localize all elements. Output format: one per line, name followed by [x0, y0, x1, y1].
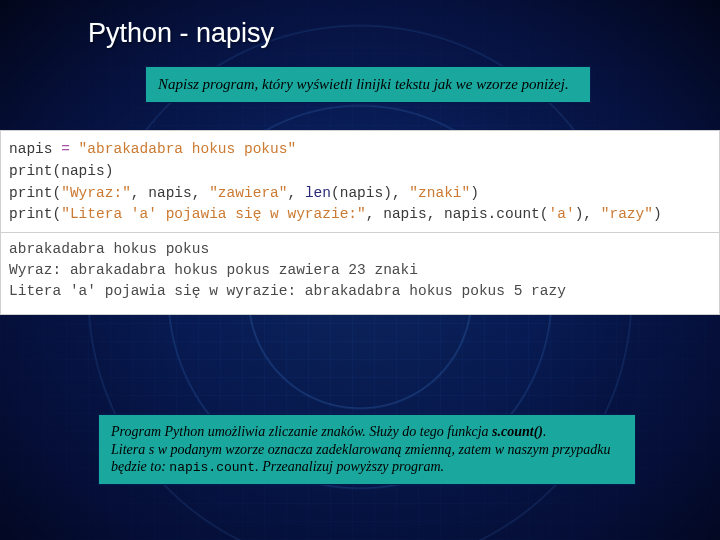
- code-paren: ): [653, 206, 662, 222]
- code-paren: (: [53, 185, 62, 201]
- code-str: "Wyraz:": [61, 185, 131, 201]
- code-source: napis = "abrakadabra hokus pokus" print(…: [1, 131, 719, 232]
- code-fn: print: [9, 206, 53, 222]
- code-builtin: len: [305, 185, 331, 201]
- code-paren: (: [53, 206, 62, 222]
- code-var: napis: [9, 141, 61, 157]
- code-txt: ),: [575, 206, 601, 222]
- code-panel: napis = "abrakadabra hokus pokus" print(…: [0, 130, 720, 315]
- code-str: "abrakadabra hokus pokus": [70, 141, 296, 157]
- code-str: 'a': [549, 206, 575, 222]
- out-line: Litera 'a' pojawia się w wyrazie: abraka…: [9, 283, 566, 299]
- out-line: abrakadabra hokus pokus: [9, 241, 209, 257]
- explain-fn: s.count(): [492, 424, 543, 439]
- code-paren: ): [470, 185, 479, 201]
- explain-text: Program Python umożliwia zliczanie znakó…: [111, 424, 492, 439]
- code-str: "znaki": [409, 185, 470, 201]
- code-op: =: [61, 141, 70, 157]
- code-str: "Litera 'a' pojawia się w wyrazie:": [61, 206, 366, 222]
- code-args: (napis): [53, 163, 114, 179]
- explain-text: . Przeanalizuj powyższy program.: [255, 459, 444, 474]
- slide: Python - napisy Napisz program, który wy…: [0, 0, 720, 540]
- intro-box: Napisz program, który wyświetli linijki …: [145, 66, 591, 103]
- code-inner: napis = "abrakadabra hokus pokus" print(…: [0, 130, 720, 315]
- explain-box: Program Python umożliwia zliczanie znakó…: [98, 414, 636, 485]
- explain-text: .: [543, 424, 547, 439]
- intro-text: Napisz program, który wyświetli linijki …: [158, 76, 569, 92]
- out-line: Wyraz: abrakadabra hokus pokus zawiera 2…: [9, 262, 418, 278]
- slide-title: Python - napisy: [88, 18, 274, 49]
- code-txt: (napis),: [331, 185, 409, 201]
- explain-code: napis.count: [169, 460, 255, 475]
- code-output: abrakadabra hokus pokus Wyraz: abrakadab…: [1, 233, 719, 314]
- code-fn: print: [9, 163, 53, 179]
- code-str: "razy": [601, 206, 653, 222]
- code-txt: ,: [288, 185, 305, 201]
- code-txt: , napis,: [131, 185, 209, 201]
- code-str: "zawiera": [209, 185, 287, 201]
- code-fn: print: [9, 185, 53, 201]
- code-txt: , napis, napis.count(: [366, 206, 549, 222]
